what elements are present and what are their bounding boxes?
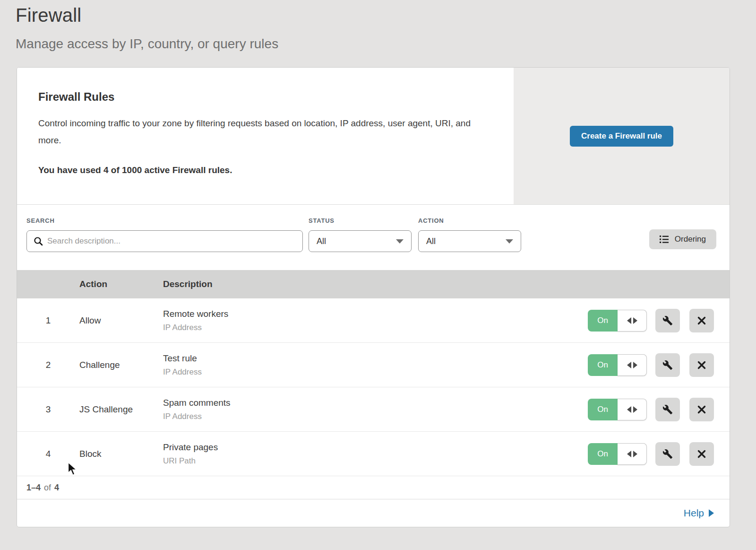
x-icon bbox=[697, 449, 706, 459]
rule-row: 2 Challenge Test rule IP Address On bbox=[17, 343, 730, 387]
action-filter-group: ACTION All bbox=[418, 217, 521, 252]
pagination-of: of bbox=[44, 483, 51, 493]
status-filter-group: STATUS All bbox=[309, 217, 412, 252]
search-field-group: SEARCH bbox=[26, 217, 303, 252]
usage-summary: You have used 4 of 1000 active Firewall … bbox=[38, 165, 485, 175]
rule-match-type: IP Address bbox=[163, 412, 588, 421]
toggle-on-label[interactable]: On bbox=[588, 310, 618, 332]
chevron-down-icon bbox=[506, 239, 513, 244]
delete-rule-button[interactable] bbox=[689, 442, 714, 466]
rule-match-type: IP Address bbox=[163, 323, 588, 332]
wrench-icon bbox=[662, 315, 673, 326]
rule-match-type: URI Path bbox=[163, 456, 588, 466]
ordered-list-icon bbox=[660, 235, 669, 244]
section-description: Control incoming traffic to your zone by… bbox=[38, 115, 485, 149]
toggle-on-label[interactable]: On bbox=[588, 443, 618, 465]
search-icon bbox=[34, 236, 43, 246]
drag-arrows-icon[interactable] bbox=[618, 310, 647, 332]
status-select[interactable]: All bbox=[309, 230, 412, 252]
edit-rule-button[interactable] bbox=[655, 353, 680, 377]
rule-priority: 4 bbox=[17, 449, 79, 459]
rule-description: Spam comments bbox=[163, 398, 588, 408]
rule-action: Block bbox=[79, 449, 163, 459]
card-top-section: Firewall Rules Control incoming traffic … bbox=[17, 68, 730, 205]
rule-action: Allow bbox=[79, 315, 163, 326]
rule-description: Remote workers bbox=[163, 309, 588, 319]
action-selected-value: All bbox=[426, 236, 436, 246]
rule-description: Private pages bbox=[163, 442, 588, 453]
edit-rule-button[interactable] bbox=[655, 398, 680, 421]
x-icon bbox=[697, 316, 706, 325]
rule-action: JS Challenge bbox=[79, 404, 163, 415]
card-footer: Help bbox=[17, 499, 730, 527]
rule-action: Challenge bbox=[79, 360, 163, 370]
rule-match-type: IP Address bbox=[163, 367, 588, 377]
help-link-label: Help bbox=[684, 507, 704, 519]
ordering-button-label: Ordering bbox=[675, 235, 706, 244]
firewall-rules-card: Firewall Rules Control incoming traffic … bbox=[17, 67, 730, 527]
rule-enabled-toggle[interactable]: On bbox=[588, 310, 647, 332]
action-label: ACTION bbox=[418, 217, 521, 224]
rules-table-header: Action Description bbox=[17, 270, 730, 298]
header-action-column: Action bbox=[79, 279, 163, 289]
rule-controls: On bbox=[588, 442, 730, 466]
rule-priority: 1 bbox=[17, 315, 79, 326]
action-select[interactable]: All bbox=[418, 230, 521, 252]
arrow-right-icon bbox=[709, 509, 714, 517]
rule-enabled-toggle[interactable]: On bbox=[588, 399, 647, 420]
rule-description: Test rule bbox=[163, 353, 588, 364]
toggle-on-label[interactable]: On bbox=[588, 354, 618, 376]
rule-controls: On bbox=[588, 398, 730, 421]
pagination-total: 4 bbox=[54, 483, 59, 493]
rule-row: 3 JS Challenge Spam comments IP Address … bbox=[17, 387, 730, 432]
rule-row: 1 Allow Remote workers IP Address On bbox=[17, 298, 730, 343]
search-label: SEARCH bbox=[26, 217, 303, 224]
rule-description-cell: Test rule IP Address bbox=[163, 353, 588, 377]
create-rule-panel: Create a Firewall rule bbox=[514, 68, 730, 204]
rule-enabled-toggle[interactable]: On bbox=[588, 443, 647, 465]
rule-row: 4 Block Private pages URI Path On bbox=[17, 432, 730, 476]
page-header: Firewall Manage access by IP, country, o… bbox=[0, 0, 756, 52]
toggle-on-label[interactable]: On bbox=[588, 399, 618, 420]
section-heading: Firewall Rules bbox=[38, 90, 485, 104]
header-description-column: Description bbox=[163, 279, 730, 289]
edit-rule-button[interactable] bbox=[655, 442, 680, 466]
status-label: STATUS bbox=[309, 217, 412, 224]
rules-table-body: 1 Allow Remote workers IP Address On bbox=[17, 298, 730, 476]
rule-priority: 3 bbox=[17, 404, 79, 415]
drag-arrows-icon[interactable] bbox=[618, 354, 647, 376]
rule-description-cell: Private pages URI Path bbox=[163, 442, 588, 466]
firewall-rules-intro: Firewall Rules Control incoming traffic … bbox=[17, 68, 514, 204]
wrench-icon bbox=[662, 449, 673, 459]
pagination-range: 1–4 bbox=[26, 483, 41, 493]
rule-priority: 2 bbox=[17, 360, 79, 370]
filters-bar: SEARCH STATUS All ACTION All bbox=[17, 205, 730, 270]
delete-rule-button[interactable] bbox=[689, 309, 714, 332]
x-icon bbox=[697, 360, 706, 370]
help-link[interactable]: Help bbox=[684, 507, 714, 519]
rule-controls: On bbox=[588, 353, 730, 377]
wrench-icon bbox=[662, 360, 673, 370]
chevron-down-icon bbox=[396, 239, 404, 244]
delete-rule-button[interactable] bbox=[689, 353, 714, 377]
search-box[interactable] bbox=[26, 230, 303, 252]
ordering-button-wrap: Ordering bbox=[649, 217, 716, 249]
ordering-button[interactable]: Ordering bbox=[649, 229, 716, 249]
page-title: Firewall bbox=[16, 5, 756, 26]
status-selected-value: All bbox=[317, 236, 326, 246]
x-icon bbox=[697, 405, 706, 414]
rule-enabled-toggle[interactable]: On bbox=[588, 354, 647, 376]
drag-arrows-icon[interactable] bbox=[618, 399, 647, 420]
rule-description-cell: Remote workers IP Address bbox=[163, 309, 588, 332]
page-subtitle: Manage access by IP, country, or query r… bbox=[16, 36, 756, 52]
delete-rule-button[interactable] bbox=[689, 398, 714, 421]
edit-rule-button[interactable] bbox=[655, 309, 680, 332]
drag-arrows-icon[interactable] bbox=[618, 443, 647, 465]
rule-controls: On bbox=[588, 309, 730, 332]
pagination-bar: 1–4 of 4 bbox=[17, 476, 730, 499]
wrench-icon bbox=[662, 404, 673, 415]
create-firewall-rule-button[interactable]: Create a Firewall rule bbox=[570, 126, 673, 147]
rule-description-cell: Spam comments IP Address bbox=[163, 398, 588, 421]
search-input[interactable] bbox=[47, 236, 296, 246]
